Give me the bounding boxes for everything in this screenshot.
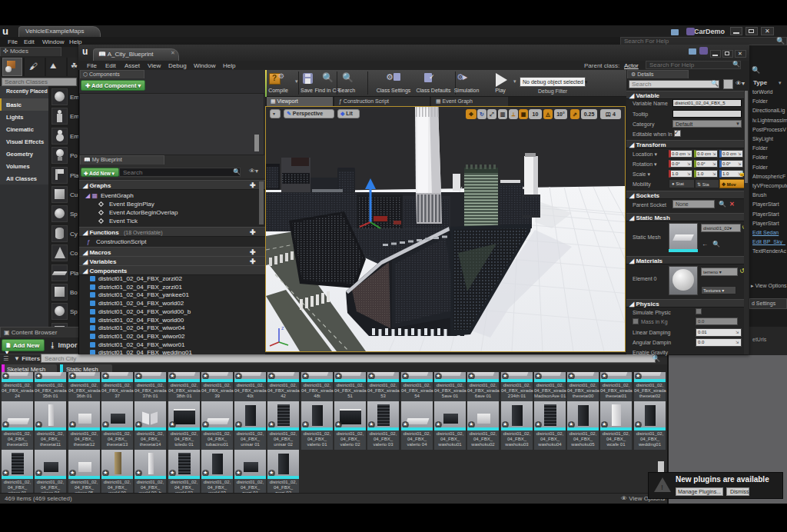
svg-text:z: z bbox=[281, 325, 284, 331]
